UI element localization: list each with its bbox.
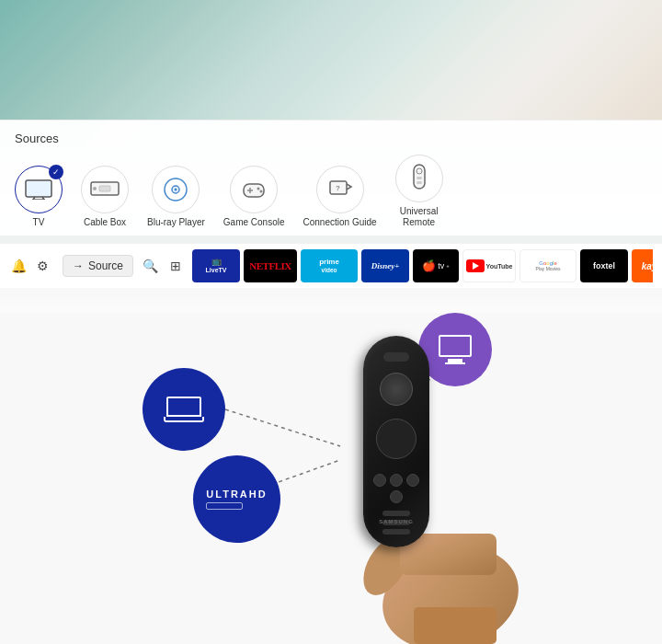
remote-dpad: [376, 419, 417, 459]
app-netflix-label: NETFLIX: [249, 260, 291, 271]
app-appletv[interactable]: 🍎 tv +: [413, 249, 459, 282]
app-disney[interactable]: Disney+: [361, 249, 409, 282]
remote-circle-button: [380, 373, 413, 406]
remote-small-btn-3: [406, 474, 419, 487]
sources-title: Sources: [15, 132, 647, 145]
bottom-area: [0, 313, 662, 644]
samsung-logo: SAMSUNG: [379, 519, 414, 524]
svg-rect-20: [417, 181, 422, 184]
app-prime[interactable]: prime video: [301, 249, 358, 282]
bell-icon[interactable]: 🔔: [9, 257, 28, 275]
app-disney-label: Disney+: [369, 261, 403, 270]
source-label-game: Game Console: [223, 217, 285, 228]
app-foxtel[interactable]: foxtel: [580, 249, 628, 282]
remote-bottom-btn-3: [382, 529, 410, 535]
remote-small-btn-2: [390, 474, 403, 487]
app-foxtel-label: foxtel: [590, 261, 618, 270]
tv-screen: Sources ✓ TV: [0, 0, 662, 331]
remote-top-button: [383, 352, 409, 362]
remote-body: SAMSUNG: [363, 336, 429, 547]
app-google[interactable]: Google Play Movies: [519, 249, 576, 282]
sources-bar: Sources ✓ TV: [0, 120, 662, 236]
svg-point-9: [175, 189, 177, 191]
source-arrow-icon: →: [73, 259, 84, 272]
svg-point-13: [257, 188, 260, 190]
source-label-bluray: Blu-ray Player: [147, 217, 205, 228]
svg-point-5: [93, 187, 97, 190]
remote-small-buttons: [373, 474, 419, 503]
app-netflix[interactable]: NETFLIX: [244, 249, 297, 282]
remote-small-btn-4: [390, 490, 403, 503]
source-item-guide[interactable]: ? Connection Guide: [303, 166, 377, 228]
source-item-game[interactable]: Game Console: [223, 166, 285, 228]
remote-bottom-btn-1: [382, 511, 410, 516]
source-item-bluray[interactable]: Blu-ray Player: [147, 166, 205, 228]
source-label-uremote: UniversalRemote: [400, 206, 439, 228]
app-kayo[interactable]: kayo: [632, 249, 653, 282]
source-item-cable[interactable]: Cable Box: [81, 166, 129, 228]
svg-rect-6: [99, 186, 110, 191]
sources-icons-row: ✓ TV: [15, 155, 647, 228]
gear-icon[interactable]: ⚙: [33, 257, 51, 275]
svg-point-14: [260, 190, 263, 193]
svg-rect-0: [26, 180, 51, 197]
source-item-tv[interactable]: ✓ TV: [15, 166, 63, 228]
source-icon-guide: ?: [316, 166, 364, 213]
source-icon-cable: [81, 166, 129, 213]
svg-rect-19: [417, 177, 422, 179]
source-icon-game: [230, 166, 278, 213]
apps-row: 📺 LiveTV NETFLIX prime video Disney+: [192, 249, 653, 282]
source-icon-uremote: [395, 155, 443, 202]
svg-text:?: ?: [336, 184, 340, 192]
taskbar-left: 🔔 ⚙: [9, 257, 51, 275]
source-icon-tv: ✓: [15, 166, 63, 213]
source-label-guide: Connection Guide: [303, 217, 377, 228]
app-appletv-label: tv: [438, 261, 444, 270]
app-youtube[interactable]: YouTube: [462, 249, 516, 282]
active-check: ✓: [49, 165, 63, 179]
search-icon[interactable]: 🔍: [141, 257, 159, 275]
app-livetv[interactable]: 📺 LiveTV: [192, 249, 240, 282]
source-label-tv: TV: [33, 217, 45, 228]
app-kayo-label: kayo: [639, 261, 653, 271]
source-item-uremote[interactable]: UniversalRemote: [395, 155, 443, 228]
app-livetv-label: LiveTV: [206, 267, 227, 274]
source-button[interactable]: → Source: [63, 255, 133, 277]
source-icon-bluray: [152, 166, 200, 213]
apps-bar: 🔔 ⚙ → Source 🔍 ⊞ 📺 LiveTV NETFLIX: [0, 244, 662, 288]
remote-small-btn-1: [373, 474, 386, 487]
source-button-label: Source: [88, 259, 123, 272]
source-label-cable: Cable Box: [84, 217, 126, 228]
grid-icon[interactable]: ⊞: [166, 257, 185, 275]
